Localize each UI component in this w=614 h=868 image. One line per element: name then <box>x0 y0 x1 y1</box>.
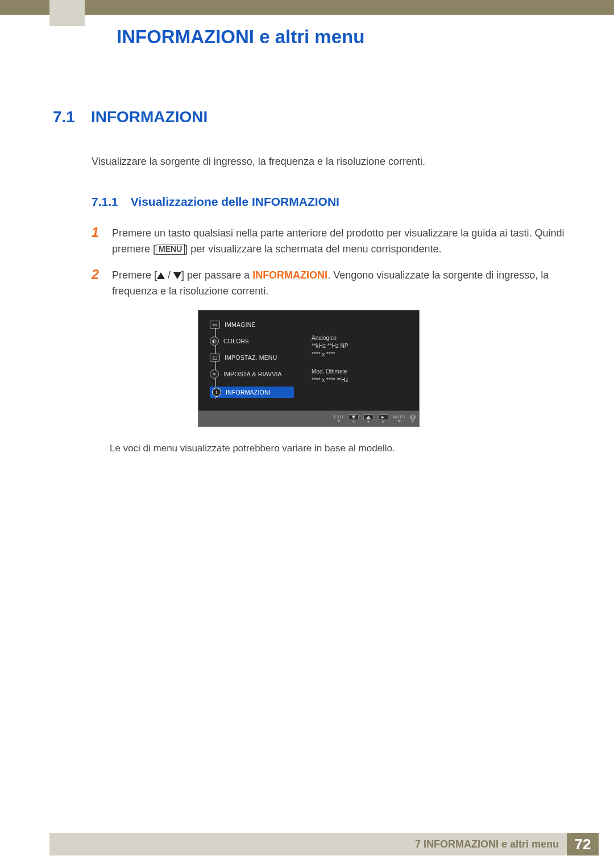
osd-footer-power: ⏻ <box>410 414 416 423</box>
monitor-icon: ▢ <box>210 354 220 362</box>
down-marker-icon <box>367 421 370 423</box>
chapter-title: INFORMAZIONI e altri menu <box>117 26 364 48</box>
osd-info-line: **** x **** **Hz <box>312 376 411 385</box>
informazioni-keyword: INFORMAZIONI <box>252 269 327 281</box>
osd-footer-label-auto: AUTO <box>393 414 405 420</box>
subsection-heading: 7.1.1 Visualizzazione delle INFORMAZIONI <box>92 195 565 209</box>
picture-icon: ▭ <box>210 321 220 329</box>
osd-item-impostaz-menu: ▢ IMPOSTAZ. MENU <box>210 354 294 362</box>
header-corner-accent <box>49 0 85 26</box>
down-arrow-icon <box>173 272 181 279</box>
subsection-title: Visualizzazione delle INFORMAZIONI <box>131 195 339 209</box>
chapter-title-area: INFORMAZIONI e altri menu <box>117 26 364 48</box>
osd-label-informazioni: INFORMAZIONI <box>226 389 271 396</box>
osd-info-line: **kHz **Hz NP <box>312 342 411 351</box>
osd-footer-exit: EXIT <box>334 414 344 422</box>
osd-item-imposta-riavvia: ✶ IMPOSTA & RIAVVIA <box>210 369 294 379</box>
subsection-number: 7.1.1 <box>92 195 118 209</box>
osd-label-imposta-riavvia: IMPOSTA & RIAVVIA <box>223 371 282 377</box>
step1-post: ] per visualizzare la schermata del menu… <box>185 243 441 255</box>
osd-footer: EXIT ▶ AUTO ⏻ <box>198 410 419 426</box>
osd-info-panel: Analogico **kHz **Hz NP **** x **** Mod.… <box>294 321 411 406</box>
osd-body: ▭ IMMAGINE ◐ COLORE ▢ IMPOSTAZ. MENU ✶ I… <box>198 310 419 410</box>
up-arrow-icon <box>157 272 165 279</box>
osd-info-block-1: Analogico **kHz **Hz NP **** x **** <box>312 334 411 359</box>
palette-icon: ◐ <box>210 337 219 346</box>
osd-footer-auto: AUTO <box>393 414 405 422</box>
section-heading: 7.1 INFORMAZIONI <box>53 108 565 126</box>
down-marker-icon <box>411 421 414 423</box>
main-content: 7.1 INFORMAZIONI Visualizzare la sorgent… <box>53 108 565 454</box>
info-icon: i <box>212 388 221 397</box>
step-number: 2 <box>92 268 103 300</box>
step-text: Premere un tasto qualsiasi nella parte a… <box>112 226 565 258</box>
step-1: 1 Premere un tasto qualsiasi nella parte… <box>92 226 565 258</box>
step2-mid: ] per passare a <box>181 269 252 281</box>
step-text: Premere [ / ] per passare a INFORMAZIONI… <box>112 268 565 300</box>
menu-key-icon: MENU <box>156 244 185 255</box>
down-marker-icon <box>352 421 355 423</box>
page-footer: 7 INFORMAZIONI e altri menu 72 <box>49 833 599 855</box>
gear-icon: ✶ <box>210 369 219 379</box>
section-title: INFORMAZIONI <box>91 108 208 126</box>
osd-footer-play: ▶ <box>378 414 388 423</box>
play-key-icon: ▶ <box>378 414 388 420</box>
section-number: 7.1 <box>53 108 75 126</box>
osd-item-immagine: ▭ IMMAGINE <box>210 321 294 329</box>
osd-item-informazioni-selected: i INFORMAZIONI <box>210 387 294 398</box>
osd-label-immagine: IMMAGINE <box>225 321 256 328</box>
footer-chapter-text: 7 INFORMAZIONI e altri menu <box>415 838 559 850</box>
note-text: Le voci di menu visualizzate potrebbero … <box>110 443 565 454</box>
power-icon: ⏻ <box>410 414 416 420</box>
osd-info-block-2: Mod. Ottimale **** x **** **Hz <box>312 368 411 384</box>
down-marker-icon <box>397 420 401 422</box>
osd-info-line: **** x **** <box>312 351 411 359</box>
step-number: 1 <box>92 226 103 258</box>
osd-screenshot: ▭ IMMAGINE ◐ COLORE ▢ IMPOSTAZ. MENU ✶ I… <box>198 310 420 427</box>
osd-menu-tree: ▭ IMMAGINE ◐ COLORE ▢ IMPOSTAZ. MENU ✶ I… <box>206 321 294 406</box>
osd-label-colore: COLORE <box>223 338 250 344</box>
down-marker-icon <box>337 420 341 422</box>
osd-info-line: Mod. Ottimale <box>312 368 411 376</box>
osd-label-impostaz-menu: IMPOSTAZ. MENU <box>225 354 277 361</box>
step2-pre: Premere [ <box>112 269 157 281</box>
intro-paragraph: Visualizzare la sorgente di ingresso, la… <box>92 156 565 168</box>
osd-info-line: Analogico <box>312 334 411 343</box>
osd-footer-up <box>363 414 374 423</box>
down-key-icon <box>349 414 359 420</box>
step-2: 2 Premere [ / ] per passare a INFORMAZIO… <box>92 268 565 300</box>
footer-page-number: 72 <box>567 833 599 855</box>
osd-footer-label-exit: EXIT <box>334 414 344 420</box>
up-key-icon <box>363 414 374 420</box>
down-marker-icon <box>381 421 385 423</box>
osd-footer-down <box>349 414 359 423</box>
header-bar <box>0 0 614 15</box>
osd-item-colore: ◐ COLORE <box>210 337 294 346</box>
